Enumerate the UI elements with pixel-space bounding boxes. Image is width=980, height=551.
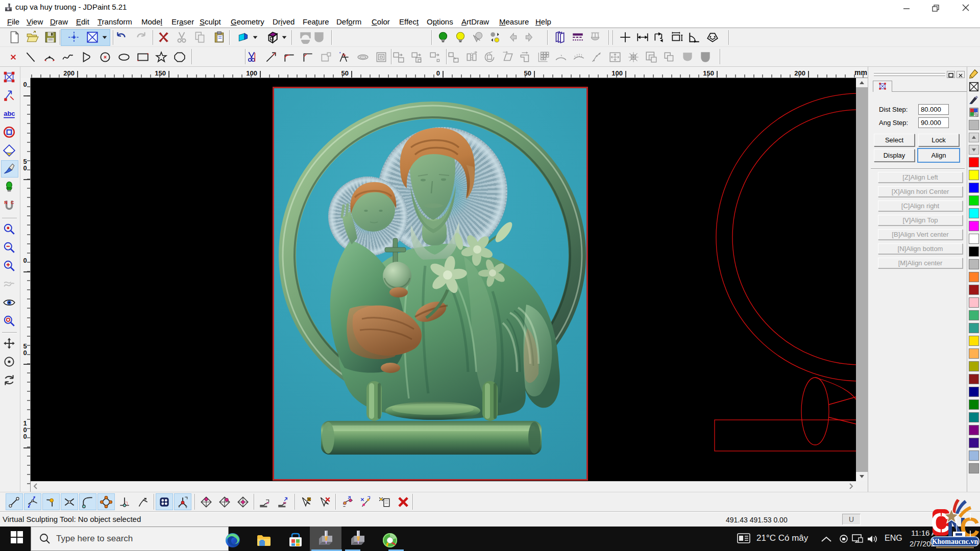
svg-text:50: 50 bbox=[524, 69, 531, 77]
svg-text:mm: mm bbox=[854, 68, 867, 77]
svg-text:150: 150 bbox=[155, 69, 166, 77]
svg-text:Khomaucnc.vn: Khomaucnc.vn bbox=[932, 538, 978, 545]
svg-text:v: v bbox=[185, 505, 187, 509]
svg-text:100: 100 bbox=[246, 69, 257, 77]
svg-text:abc: abc bbox=[4, 110, 15, 117]
svg-text:0: 0 bbox=[23, 349, 27, 357]
svg-text:100: 100 bbox=[611, 69, 623, 77]
svg-text:C: C bbox=[11, 200, 14, 205]
svg-text:50: 50 bbox=[341, 69, 349, 77]
svg-text:0: 0 bbox=[23, 257, 27, 264]
svg-text:0: 0 bbox=[23, 81, 27, 88]
svg-text:0: 0 bbox=[23, 433, 27, 440]
svg-text:0: 0 bbox=[23, 164, 27, 172]
svg-text:0: 0 bbox=[436, 69, 440, 77]
svg-text:200: 200 bbox=[63, 69, 75, 77]
svg-text:200: 200 bbox=[794, 69, 805, 77]
svg-text:N: N bbox=[4, 200, 7, 205]
svg-text:150: 150 bbox=[703, 69, 714, 77]
